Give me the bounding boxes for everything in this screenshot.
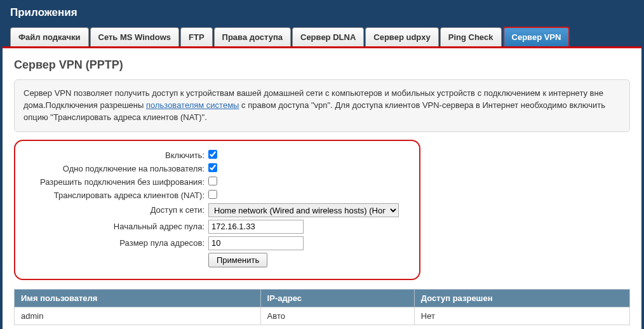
tab-vpn-server[interactable]: Сервер VPN xyxy=(503,27,570,46)
apply-button[interactable]: Применить xyxy=(208,253,267,267)
table-row[interactable]: admin Авто Нет xyxy=(15,307,630,325)
tab-ms-windows[interactable]: Сеть MS Windows xyxy=(90,27,179,46)
single-conn-label: Одно подключение на пользователя: xyxy=(24,164,208,173)
single-conn-checkbox[interactable] xyxy=(208,163,217,172)
tab-ping-check[interactable]: Ping Check xyxy=(440,27,502,46)
tab-swap-file[interactable]: Файл подкачки xyxy=(10,27,89,46)
col-ip: IP-адрес xyxy=(260,289,414,307)
cell-user: admin xyxy=(15,307,261,325)
info-box: Сервер VPN позволяет получить доступ к у… xyxy=(14,79,630,132)
cell-ip: Авто xyxy=(260,307,414,325)
network-select[interactable]: Home network (Wired and wireless hosts) … xyxy=(208,203,399,217)
pool-size-label: Размер пула адресов: xyxy=(24,238,208,248)
system-users-link[interactable]: пользователям системы xyxy=(146,100,239,110)
col-user: Имя пользователя xyxy=(15,289,261,307)
tab-bar: Файл подкачки Сеть MS Windows FTP Права … xyxy=(0,27,644,46)
pool-size-input[interactable] xyxy=(208,236,304,250)
enable-checkbox[interactable] xyxy=(208,150,217,159)
nat-label: Транслировать адреса клиентов (NAT): xyxy=(24,191,208,200)
tab-udpxy-server[interactable]: Сервер udpxy xyxy=(365,27,438,46)
network-access-label: Доступ к сети: xyxy=(24,205,208,215)
tab-ftp[interactable]: FTP xyxy=(180,27,213,46)
users-table: Имя пользователя IP-адрес Доступ разреше… xyxy=(14,289,630,325)
col-allow: Доступ разрешен xyxy=(414,289,629,307)
tab-access-rights[interactable]: Права доступа xyxy=(214,27,291,46)
no-encrypt-checkbox[interactable] xyxy=(208,177,217,185)
enable-label: Включить: xyxy=(24,151,208,160)
pool-start-label: Начальный адрес пула: xyxy=(24,222,208,231)
no-encrypt-label: Разрешить подключения без шифрования: xyxy=(24,177,208,187)
form-zone: Включить: Одно подключение на пользовате… xyxy=(14,140,420,280)
cell-allow: Нет xyxy=(414,307,629,325)
page-title: Приложения xyxy=(0,0,644,27)
pool-start-input[interactable] xyxy=(208,220,304,234)
panel-title: Сервер VPN (PPTP) xyxy=(14,58,630,72)
panel: Сервер VPN (PPTP) Сервер VPN позволяет п… xyxy=(3,46,641,329)
nat-checkbox[interactable] xyxy=(208,190,217,199)
tab-dlna-server[interactable]: Сервер DLNA xyxy=(292,27,364,46)
